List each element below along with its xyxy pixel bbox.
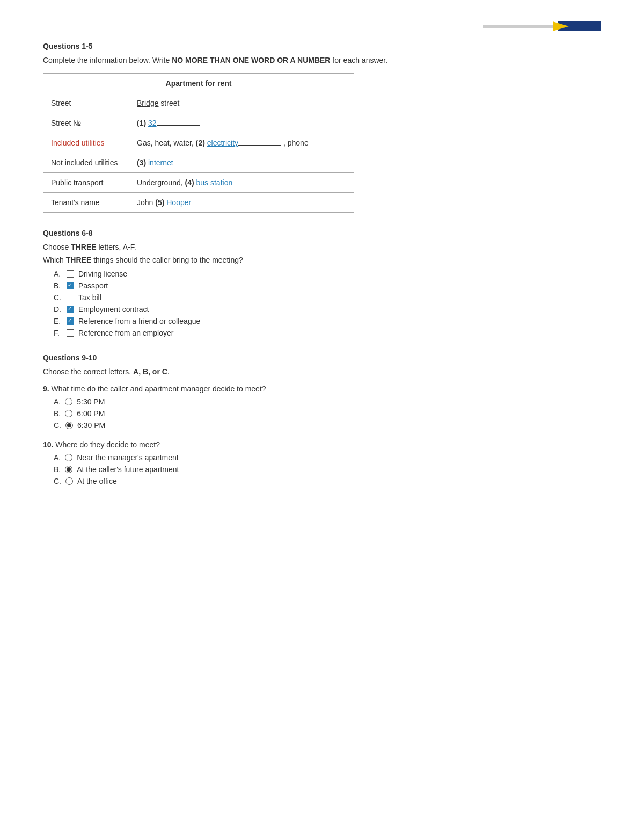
answer-text: electricity: [207, 139, 238, 147]
q9-num: 9.: [43, 385, 49, 393]
option-letter: C.: [54, 477, 61, 485]
checkbox-list-item[interactable]: C.Tax bill: [54, 293, 601, 302]
section1-instruction: Complete the information below. Write NO…: [43, 56, 601, 64]
option-letter: E.: [54, 317, 62, 325]
option-label: Near the manager's apartment: [77, 453, 178, 462]
section2: Questions 6-8 Choose THREE letters, A-F.…: [43, 229, 601, 337]
section2-instruction1: Choose THREE letters, A-F.: [43, 243, 601, 251]
instruction-text1: Complete the information below. Write: [43, 56, 172, 64]
apartment-table: Apartment for rent StreetBridge streetSt…: [43, 73, 354, 213]
header-bar: [43, 21, 601, 31]
checkbox[interactable]: [67, 317, 74, 325]
section3-title: Questions 9-10: [43, 353, 601, 362]
radio-list-item[interactable]: B.At the caller's future apartment: [54, 465, 601, 474]
radio-list-item[interactable]: C.6:30 PM: [54, 421, 601, 430]
answer-text: internet: [148, 158, 173, 167]
q10-num: 10.: [43, 440, 53, 449]
radio-list-item[interactable]: B.6:00 PM: [54, 409, 601, 418]
checkbox-list-item[interactable]: A.Driving license: [54, 270, 601, 278]
checkbox[interactable]: [67, 282, 74, 289]
answer-number: (1): [137, 119, 148, 127]
table-row-label: Not included utilities: [43, 153, 129, 173]
option-letter: B.: [54, 409, 61, 418]
radio-button[interactable]: [65, 398, 72, 405]
radio-list-item[interactable]: C.At the office: [54, 477, 601, 485]
table-row-label: Included utilities: [43, 133, 129, 153]
option-label: 5:30 PM: [77, 397, 105, 406]
table-row-content: (3) internet: [129, 153, 354, 173]
answer-number: (3): [137, 158, 148, 167]
option-label: At the office: [77, 477, 117, 485]
radio-list-10: A.Near the manager's apartmentB.At the c…: [43, 453, 601, 485]
option-label: Tax bill: [78, 293, 101, 302]
checkbox-list-item[interactable]: D.Employment contract: [54, 305, 601, 314]
answer-text: 32: [148, 119, 157, 127]
section2-title: Questions 6-8: [43, 229, 601, 237]
checkbox[interactable]: [67, 329, 74, 337]
instr2-suf: things should the caller bring to the me…: [91, 256, 243, 264]
table-row-content: (1) 32: [129, 113, 354, 133]
checkbox[interactable]: [67, 270, 74, 278]
answer-text: bus station: [196, 178, 233, 187]
option-letter: B.: [54, 465, 61, 474]
question9-text: 9. What time do the caller and apartment…: [43, 385, 601, 393]
answer-underline: [173, 165, 216, 165]
option-letter: D.: [54, 305, 62, 314]
checkbox[interactable]: [67, 306, 74, 313]
radio-list-9: A.5:30 PMB.6:00 PMC.6:30 PM: [43, 397, 601, 430]
radio-button[interactable]: [65, 410, 72, 417]
checkbox-list-item[interactable]: E.Reference from a friend or colleague: [54, 317, 601, 325]
s3-instr: Choose the correct letters,: [43, 367, 133, 376]
section1-title: Questions 1-5: [43, 42, 601, 50]
answer-number: (2): [196, 139, 207, 147]
checkbox-list-item[interactable]: B.Passport: [54, 281, 601, 290]
q9-text: What time do the caller and apartment ma…: [49, 385, 266, 393]
option-label: 6:00 PM: [77, 409, 105, 418]
radio-list-item[interactable]: A.5:30 PM: [54, 397, 601, 406]
section2-instruction2: Which THREE things should the caller bri…: [43, 256, 601, 264]
instruction-text2: for each answer.: [330, 56, 387, 64]
option-label: Reference from a friend or colleague: [78, 317, 200, 325]
s3-instr-bold: A, B, or C: [133, 367, 167, 376]
checkbox[interactable]: [67, 294, 74, 301]
answer-number: (5): [155, 198, 166, 207]
answer-underline: [191, 205, 234, 205]
q10-text: Where do they decide to meet?: [53, 440, 159, 449]
static-text: Bridge street: [137, 99, 179, 107]
s3-instr-suf: .: [167, 367, 170, 376]
radio-list-item[interactable]: A.Near the manager's apartment: [54, 453, 601, 462]
radio-button[interactable]: [65, 466, 72, 473]
option-label: 6:30 PM: [77, 421, 105, 430]
table-row-label: Street: [43, 93, 129, 113]
table-row-label: Tenant's name: [43, 193, 129, 213]
table-row-content: Underground, (4) bus station: [129, 173, 354, 193]
option-letter: A.: [54, 270, 62, 278]
option-letter: A.: [54, 397, 61, 406]
option-letter: B.: [54, 281, 62, 290]
svg-rect-0: [483, 25, 558, 28]
option-label: Driving license: [78, 270, 127, 278]
option-letter: A.: [54, 453, 61, 462]
instr1-pre: Choose: [43, 243, 71, 251]
question10-text: 10. Where do they decide to meet?: [43, 440, 601, 449]
option-label: Reference from an employer: [78, 329, 173, 337]
section3-instruction: Choose the correct letters, A, B, or C.: [43, 367, 601, 376]
table-heading: Apartment for rent: [43, 74, 354, 93]
table-row-label: Public transport: [43, 173, 129, 193]
checkbox-list-item[interactable]: F.Reference from an employer: [54, 329, 601, 337]
instruction-bold: NO MORE THAN ONE WORD OR A NUMBER: [172, 56, 330, 64]
header-decoration: [483, 21, 601, 31]
radio-button[interactable]: [65, 477, 73, 485]
instr2-bold: THREE: [66, 256, 91, 264]
answer-number: (4): [185, 178, 196, 187]
option-letter: C.: [54, 421, 61, 430]
option-label: At the caller's future apartment: [77, 465, 179, 474]
answer-underline: [232, 185, 275, 185]
answer-text: Hooper: [166, 198, 191, 207]
checkbox-list: A.Driving licenseB.PassportC.Tax billD.E…: [43, 270, 601, 337]
option-letter: C.: [54, 293, 62, 302]
instr2-pre: Which: [43, 256, 66, 264]
section3: Questions 9-10 Choose the correct letter…: [43, 353, 601, 485]
radio-button[interactable]: [65, 454, 72, 461]
radio-button[interactable]: [65, 422, 73, 429]
